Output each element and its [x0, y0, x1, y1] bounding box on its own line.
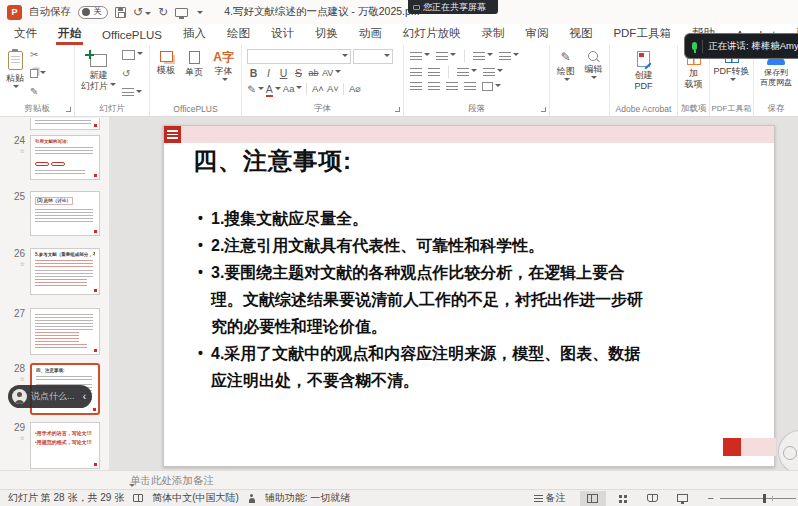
chevron-down-icon[interactable] — [197, 11, 203, 17]
tab-view[interactable]: 视图 — [567, 26, 594, 45]
justify-button[interactable] — [464, 82, 476, 91]
slide-thumbnail-partial[interactable] — [30, 118, 100, 130]
zoom-out-button[interactable]: − — [708, 492, 714, 504]
slide-thumbnail-26[interactable]: 5.参考文献（重要组成部分，不可缺少） — [30, 248, 100, 295]
chat-input-placeholder[interactable]: 说点什么... — [31, 390, 79, 403]
meeting-chat-overlay[interactable]: 说点什么... ‹ — [8, 385, 92, 408]
tab-design[interactable]: 设计 — [269, 26, 296, 45]
strikethrough-ab-button[interactable]: ab — [307, 66, 320, 80]
align-left-button[interactable] — [410, 82, 422, 91]
slide-sorter-button[interactable] — [610, 491, 636, 506]
italic-button[interactable]: I — [262, 66, 275, 80]
font-size-select[interactable] — [353, 49, 393, 64]
slide-bullet[interactable]: 3.要围绕主题对文献的各种观点作比较分析，在逻辑上要合理。文献综述结果要说清前人… — [198, 259, 650, 340]
font-pack-button[interactable]: A字 字体 — [209, 48, 238, 101]
tab-review[interactable]: 审阅 — [523, 26, 550, 45]
align-center-button[interactable] — [428, 82, 440, 91]
save-icon[interactable] — [115, 7, 126, 18]
paste-button[interactable]: 粘贴 — [2, 48, 28, 101]
dialog-launcher-icon[interactable] — [395, 107, 400, 112]
underline-button[interactable]: U — [277, 66, 290, 80]
slide-thumbnail-24[interactable]: 引用文献的写法: — [30, 135, 100, 180]
slide-bullet[interactable]: 4.采用了文献中的观点和内容应注明来源，模型、图表、数据应注明出处，不要含糊不清… — [198, 340, 650, 394]
increase-indent-button[interactable] — [428, 68, 440, 77]
slide-thumbnail-29[interactable]: •用学术的语言，写论文!!! •用规范的格式，写论文!!! — [30, 422, 100, 469]
cut-button[interactable]: ✂ — [30, 50, 46, 60]
tab-transitions[interactable]: 切换 — [313, 26, 340, 45]
font-name-select[interactable] — [247, 49, 351, 64]
numbering-button[interactable] — [436, 52, 456, 61]
font-color-button[interactable]: A — [266, 82, 281, 96]
tab-file[interactable]: 文件 — [12, 26, 39, 45]
bullets-button[interactable] — [410, 52, 430, 61]
text-direction-button[interactable] — [483, 68, 503, 77]
tab-slideshow[interactable]: 幻灯片放映 — [401, 26, 463, 45]
slide-body-text[interactable]: 1.搜集文献应尽量全。 2.注意引用文献具有代表性、可靠性和科学性。 3.要围绕… — [198, 205, 650, 394]
present-icon[interactable] — [175, 8, 188, 17]
notes-toggle-button[interactable]: 备注 — [534, 491, 566, 505]
decrease-indent-icon — [410, 68, 422, 77]
copy-button[interactable] — [30, 69, 46, 78]
normal-view-button[interactable] — [580, 491, 606, 506]
book-icon[interactable] — [133, 494, 143, 502]
acrobat-group-label: Adobe Acrobat — [610, 101, 677, 116]
zoom-slider-handle[interactable] — [763, 494, 766, 503]
section-button[interactable] — [122, 88, 143, 97]
indent-more-button[interactable] — [473, 52, 493, 61]
slide-position[interactable]: 幻灯片 第 28 张，共 29 张 — [8, 491, 124, 505]
line-spacing-button[interactable] — [499, 52, 519, 61]
layout-button[interactable] — [122, 50, 143, 60]
slideshow-button[interactable] — [670, 491, 696, 506]
editing-button[interactable]: 编辑 — [580, 48, 606, 101]
slide-bullet[interactable]: 1.搜集文献应尽量全。 — [198, 205, 650, 232]
accessibility-status[interactable]: 辅助功能: 一切就绪 — [265, 491, 351, 505]
change-case-button[interactable]: Aa — [283, 82, 303, 96]
slide-28-editing-surface[interactable]: 四、注意事项: 1.搜集文献应尽量全。 2.注意引用文献具有代表性、可靠性和科学… — [163, 125, 775, 467]
slide-thumbnail-25[interactable]: (3) 总结（讨论） — [30, 191, 100, 236]
format-painter-button[interactable]: ✎ — [30, 87, 46, 97]
reset-button[interactable]: ↺ — [122, 69, 143, 79]
zoom-slider[interactable] — [720, 498, 796, 499]
redo-icon[interactable]: ↻ — [158, 6, 168, 18]
columns-button[interactable] — [457, 68, 477, 77]
template-button[interactable]: 模板 — [153, 48, 179, 101]
decrease-indent-button[interactable] — [410, 68, 422, 77]
floating-widget[interactable] — [778, 430, 798, 474]
single-page-button[interactable]: 单页 — [181, 48, 207, 101]
align-right-icon — [446, 82, 458, 91]
bold-button[interactable]: B — [247, 66, 260, 80]
notes-bar[interactable]: 单击此处添加备注 — [0, 470, 798, 489]
tab-pdf-toolbox[interactable]: PDF工具箱 — [611, 26, 673, 45]
language-status[interactable]: 简体中文(中国大陆) — [152, 491, 239, 505]
notes-placeholder[interactable]: 单击此处添加备注 — [130, 474, 214, 488]
reading-view-button[interactable] — [640, 491, 666, 506]
undo-icon[interactable]: ↺ — [133, 6, 151, 18]
chevron-left-icon[interactable]: ‹ — [83, 392, 86, 402]
align-center-icon — [428, 82, 440, 91]
strikethrough-button[interactable]: S — [292, 66, 305, 80]
clear-formatting-button[interactable]: A⌀ — [348, 82, 361, 96]
slide-thumbnail-27[interactable] — [30, 308, 100, 355]
slide-bullet[interactable]: 2.注意引用文献具有代表性、可靠性和科学性。 — [198, 232, 650, 259]
smartart-button[interactable] — [482, 82, 501, 91]
slide-title[interactable]: 四、注意事项: — [193, 145, 352, 177]
draw-button[interactable]: ✎ 绘图 — [553, 48, 579, 101]
dialog-launcher-icon[interactable] — [66, 107, 71, 112]
tab-home[interactable]: 开始 — [56, 26, 83, 45]
tab-draw[interactable]: 绘图 — [225, 26, 252, 45]
autosave-toggle[interactable]: 关 — [78, 6, 108, 19]
tab-insert[interactable]: 插入 — [181, 26, 208, 45]
grow-font-button[interactable]: A˄ — [311, 82, 324, 96]
ribbon: 粘贴 ✂ ✎ 剪贴板 新建幻灯片 ↺ — [0, 45, 798, 117]
shrink-font-button[interactable]: A˅ — [326, 82, 339, 96]
tab-officeplus[interactable]: OfficePLUS — [100, 29, 164, 45]
template-icon — [160, 51, 173, 62]
tab-animations[interactable]: 动画 — [357, 26, 384, 45]
create-pdf-button[interactable]: 创建PDF — [631, 48, 657, 101]
dialog-launcher-icon[interactable] — [541, 107, 546, 112]
character-spacing-button[interactable]: AV — [322, 66, 341, 80]
align-right-button[interactable] — [446, 82, 458, 91]
highlight-button[interactable]: ✎ — [247, 82, 264, 96]
tab-record[interactable]: 录制 — [479, 26, 506, 45]
new-slide-button[interactable]: 新建幻灯片 — [77, 48, 120, 101]
